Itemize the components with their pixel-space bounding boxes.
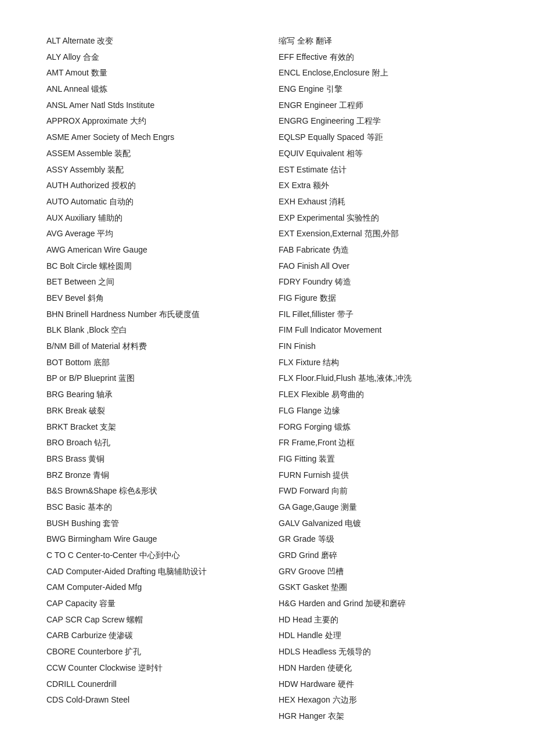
list-item: C TO C Center-to-Center 中心到中心	[46, 549, 255, 562]
list-item: BSC Basic 基本的	[46, 501, 255, 514]
list-item: FLG Flange 边缘	[279, 405, 488, 417]
list-item: ENCL Enclose,Enclosure 附上	[279, 67, 488, 80]
list-item: BOT Bottom 底部	[46, 357, 255, 369]
list-item: FR Frame,Front 边框	[279, 437, 488, 449]
list-item: FAO Finish All Over	[279, 260, 488, 273]
list-item: ASME Amer Society of Mech Engrs	[46, 131, 255, 144]
list-item: ANL Anneal 锻炼	[46, 83, 255, 96]
list-item: FIG Fitting 装置	[279, 453, 488, 466]
list-item: B/NM Bill of Material 材料费	[46, 340, 255, 353]
list-item: FORG Forging 锻炼	[279, 421, 488, 434]
list-item: ALY Alloy 合金	[46, 51, 255, 64]
list-item: CDS Cold-Drawn Steel	[46, 694, 255, 707]
list-item: BRZ Bronze 青铜	[46, 469, 255, 482]
list-item: 缩写 全称 翻译	[279, 35, 488, 48]
list-item: BLK Blank ,Block 空白	[46, 324, 255, 337]
main-content: ALT Alternate 改变ALY Alloy 合金AMT Amout 数量…	[46, 35, 488, 723]
list-item: FIN Finish	[279, 340, 488, 353]
list-item: APPROX Approximate 大约	[46, 115, 255, 128]
list-item: HEX Hexagon 六边形	[279, 694, 488, 707]
list-item: CAP SCR Cap Screw 螺帽	[46, 614, 255, 627]
list-item: BEV Bevel 斜角	[46, 292, 255, 305]
list-item: BP or B/P Blueprint 蓝图	[46, 372, 255, 385]
list-item: FAB Fabricate 伪造	[279, 244, 488, 257]
list-item: BHN Brinell Hardness Number 布氏硬度值	[46, 308, 255, 321]
list-item: BUSH Bushing 套管	[46, 517, 255, 530]
list-item: EQUIV Equivalent 相等	[279, 147, 488, 160]
list-item: GSKT Gasket 垫圈	[279, 581, 488, 594]
list-item: EXH Exhaust 消耗	[279, 196, 488, 208]
list-item: HGR Hanger 衣架	[279, 710, 488, 723]
list-item: FLX Floor.Fluid,Flush 基地,液体,冲洗	[279, 372, 488, 385]
list-item: CBORE Counterbore 扩孔	[46, 646, 255, 658]
list-item: FURN Furnish 提供	[279, 469, 488, 482]
list-item: FIG Figure 数据	[279, 292, 488, 305]
list-item: EX Extra 额外	[279, 179, 488, 192]
list-item: ENGR Engineer 工程师	[279, 99, 488, 112]
list-item: BRO Broach 钻孔	[46, 437, 255, 449]
list-item: B&S Brown&Shape 棕色&形状	[46, 485, 255, 498]
list-item: GA Gage,Gauge 测量	[279, 501, 488, 514]
list-item: BRK Break 破裂	[46, 405, 255, 417]
list-item: AUX Auxiliary 辅助的	[46, 212, 255, 225]
list-item: ANSL Amer Natl Stds Institute	[46, 99, 255, 112]
list-item: ENG Engine 引擎	[279, 83, 488, 96]
list-item: FDRY Foundry 铸造	[279, 276, 488, 289]
list-item: FIM Full Indicator Movement	[279, 324, 488, 337]
list-item: HD Head 主要的	[279, 614, 488, 627]
list-item: CCW Counter Clockwise 逆时针	[46, 662, 255, 675]
list-item: AUTO Automatic 自动的	[46, 196, 255, 208]
list-item: HDN Harden 使硬化	[279, 662, 488, 675]
list-item: ENGRG Engineering 工程学	[279, 115, 488, 128]
list-item: ALT Alternate 改变	[46, 35, 255, 48]
list-item: EXP Experimental 实验性的	[279, 212, 488, 225]
list-item: AUTH Authorized 授权的	[46, 179, 255, 192]
list-item: CAM Computer-Aided Mfg	[46, 581, 255, 594]
list-item: BRG Bearing 轴承	[46, 388, 255, 401]
list-item: AMT Amout 数量	[46, 67, 255, 80]
list-item: CDRILL Counerdrill	[46, 678, 255, 691]
list-item: CARB Carburize 使渗碳	[46, 629, 255, 642]
list-item: HDLS Headless 无领导的	[279, 646, 488, 658]
list-item: BRKT Bracket 支架	[46, 421, 255, 434]
list-item: HDL Handle 处理	[279, 629, 488, 642]
list-item: BET Between 之间	[46, 276, 255, 289]
list-item: FLEX Flexible 易弯曲的	[279, 388, 488, 401]
list-item: EST Estimate 估计	[279, 164, 488, 177]
list-item: GRV Groove 凹槽	[279, 566, 488, 578]
list-item: H&G Harden and Grind 加硬和磨碎	[279, 597, 488, 610]
list-item: AVG Average 平均	[46, 228, 255, 240]
list-item: GRD Grind 磨碎	[279, 549, 488, 562]
right-column: 缩写 全称 翻译EFF Effective 有效的ENCL Enclose,En…	[279, 35, 488, 723]
list-item: ASSY Assembly 装配	[46, 164, 255, 177]
list-item: HDW Hardware 硬件	[279, 678, 488, 691]
list-item: AWG American Wire Gauge	[46, 244, 255, 257]
list-item: CAD Computer-Aided Drafting 电脑辅助设计	[46, 566, 255, 578]
left-column: ALT Alternate 改变ALY Alloy 合金AMT Amout 数量…	[46, 35, 255, 723]
list-item: EQLSP Equally Spaced 等距	[279, 131, 488, 144]
list-item: FWD Forward 向前	[279, 485, 488, 498]
list-item: EXT Exension,External 范围,外部	[279, 228, 488, 240]
list-item: FIL Fillet,fillister 带子	[279, 308, 488, 321]
list-item: GALV Galvanized 电镀	[279, 517, 488, 530]
list-item: BWG Birmingham Wire Gauge	[46, 533, 255, 546]
list-item: CAP Capacity 容量	[46, 597, 255, 610]
list-item: ASSEM Assemble 装配	[46, 147, 255, 160]
list-item: GR Grade 等级	[279, 533, 488, 546]
list-item: EFF Effective 有效的	[279, 51, 488, 64]
list-item: BRS Brass 黄铜	[46, 453, 255, 466]
list-item: BC Bolt Circle 螺栓圆周	[46, 260, 255, 273]
list-item: FLX Fixture 结构	[279, 357, 488, 369]
